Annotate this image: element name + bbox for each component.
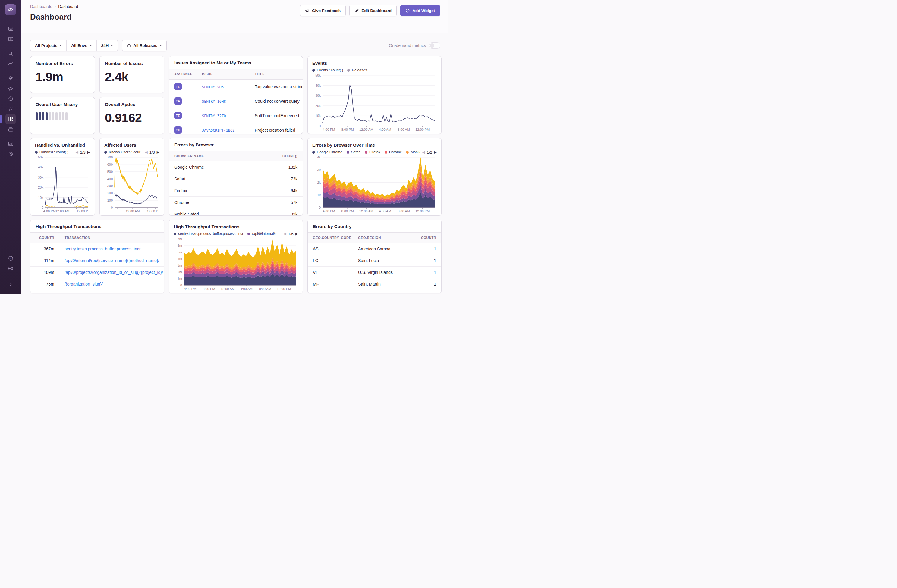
widget-title: Overall User Misery <box>35 102 90 107</box>
widget-events[interactable]: Events Events : count( )Releases 010k20k… <box>308 56 442 134</box>
widget-title: Events <box>312 61 437 66</box>
svg-text:300: 300 <box>107 184 113 188</box>
column-header[interactable]: GEO.COUNTRY_CODE <box>308 232 353 243</box>
projects-filter[interactable]: All Projects <box>31 40 66 51</box>
widget-issues-assigned[interactable]: Issues Assigned to Me or My TeamsASSIGNE… <box>169 56 303 134</box>
legend-item[interactable]: Mobile S <box>406 150 419 154</box>
svg-text:20k: 20k <box>315 104 321 107</box>
svg-text:0: 0 <box>319 206 321 209</box>
legend-item[interactable]: Safari <box>347 150 360 154</box>
edit-dashboard-button[interactable]: Edit Dashboard <box>349 5 396 16</box>
widget-title: Number of Errors <box>35 61 90 66</box>
transaction-link[interactable]: sentry.tasks.process_buffer.process_incr <box>64 246 141 251</box>
issue-link[interactable]: SENTRY-32ZQ <box>202 114 226 118</box>
text-cell: Could not convert query <box>250 94 303 108</box>
pager-prev-icon[interactable]: ◀ <box>75 150 78 154</box>
pager-prev-icon[interactable]: ◀ <box>283 232 286 236</box>
widget-affected-users[interactable]: Affected Users Known Users : cour◀1/3▶ 0… <box>99 138 164 216</box>
column-header[interactable]: TRANSACTION <box>60 232 164 243</box>
sidebar-item-search[interactable] <box>5 48 16 58</box>
legend-dot-icon <box>35 151 38 154</box>
svg-text:4:00 PM: 4:00 PM <box>184 287 196 291</box>
issue-link[interactable]: SENTRY-VD5 <box>202 85 223 89</box>
sidebar-item-replays[interactable] <box>5 93 16 104</box>
column-header[interactable]: BROWSER.NAME <box>169 151 269 162</box>
text-cell: Chrome <box>169 197 269 208</box>
widget-overall-user-misery[interactable]: Overall User Misery <box>30 97 95 134</box>
sidebar-item-archive[interactable] <box>5 124 16 134</box>
releases-filter[interactable]: All Releases <box>122 40 166 51</box>
legend-item[interactable]: Releases <box>347 68 367 72</box>
legend-item[interactable]: /api/0/internal/r <box>248 232 276 236</box>
legend-item[interactable]: Events : count( ) <box>312 68 343 72</box>
give-feedback-button[interactable]: Give Feedback <box>300 5 346 16</box>
sidebar-item-performance[interactable] <box>5 73 16 83</box>
text-cell: Safari <box>169 173 269 185</box>
assignee-avatar[interactable]: TE <box>174 83 182 90</box>
legend-item[interactable]: Firefox <box>365 150 380 154</box>
transaction-link[interactable]: /{organization_slug}/ <box>64 282 103 287</box>
widget-high-throughput-transactions-table[interactable]: High Throughput TransactionsCOUNT()TRANS… <box>30 220 164 293</box>
sidebar-item-feedback[interactable] <box>5 83 16 93</box>
pager-prev-icon[interactable]: ◀ <box>145 150 147 154</box>
legend-dot-icon <box>347 69 350 72</box>
sidebar-item-stats[interactable] <box>5 139 16 149</box>
sentry-logo-icon[interactable] <box>5 4 16 15</box>
sidebar-item-metrics[interactable] <box>5 58 16 69</box>
legend-item[interactable]: Known Users : cour <box>104 150 141 154</box>
sidebar-item-help[interactable]: ? <box>5 253 16 263</box>
column-header[interactable]: COUNT() <box>269 151 303 162</box>
column-header[interactable]: ISSUE <box>197 69 250 79</box>
column-header[interactable]: ASSIGNEE <box>169 69 197 79</box>
filter-bar: All Projects All Envs 24H All Releases <box>30 40 444 51</box>
column-header[interactable]: GEO.REGION <box>353 232 414 243</box>
widget-handled-vs-unhandled[interactable]: Handled vs. Unhandled Handled : count( )… <box>30 138 95 216</box>
svg-text:12:00 PM: 12:00 PM <box>415 209 430 213</box>
issue-link[interactable]: SENTRY-16H8 <box>202 99 226 104</box>
pager-next-icon[interactable]: ▶ <box>157 150 159 154</box>
date-range-filter[interactable]: 24H <box>96 40 118 51</box>
legend-item[interactable]: Chrome <box>384 150 402 154</box>
issue-link[interactable]: JAVASCRIPT-1BG2 <box>202 128 234 133</box>
text-cell: Saint Martin <box>353 278 414 290</box>
legend-item[interactable]: sentry.tasks.process_buffer.process_incr <box>174 232 243 236</box>
transaction-link[interactable]: /api/0/internal/rpc/{service_name}/{meth… <box>64 258 159 263</box>
projects-filter-label: All Projects <box>35 43 57 48</box>
sidebar-item-dashboards[interactable] <box>5 114 16 124</box>
widget-high-throughput-transactions-chart[interactable]: High Throughput Transactions sentry.task… <box>169 220 303 293</box>
sidebar-item-issues[interactable] <box>5 23 16 34</box>
widget-number-of-errors[interactable]: Number of Errors 1.9m <box>30 56 95 93</box>
sidebar-item-projects[interactable] <box>5 34 16 44</box>
widget-errors-by-country[interactable]: Errors by CountryGEO.COUNTRY_CODEGEO.REG… <box>308 220 442 293</box>
ondemand-metrics-toggle[interactable] <box>429 43 440 49</box>
pager-next-icon[interactable]: ▶ <box>295 232 298 236</box>
svg-text:3k: 3k <box>317 168 321 172</box>
widget-errors-by-browser-over-time[interactable]: Errors by Browser Over Time Google Chrom… <box>308 138 442 216</box>
breadcrumb-dashboards[interactable]: Dashboards <box>30 4 52 9</box>
column-header[interactable]: COUNT() <box>414 232 441 243</box>
sidebar-item-whats-new[interactable] <box>5 263 16 273</box>
column-header[interactable]: TITLE <box>250 69 303 79</box>
legend-item[interactable]: Google Chrome <box>312 150 342 154</box>
sidebar-collapse-button[interactable] <box>5 279 16 289</box>
table-row: TESENTRY-VD5Tag value was not a string <box>169 79 303 94</box>
pager-next-icon[interactable]: ▶ <box>87 150 90 154</box>
widget-overall-apdex[interactable]: Overall Apdex 0.9162 <box>99 97 164 134</box>
assignee-avatar[interactable]: TE <box>174 97 182 105</box>
sidebar-item-settings[interactable] <box>5 149 16 159</box>
widget-number-of-issues[interactable]: Number of Issues 2.4k <box>99 56 164 93</box>
transaction-link[interactable]: /api/0/projects/{organization_id_or_slug… <box>64 270 163 275</box>
add-widget-button[interactable]: Add Widget <box>400 5 440 16</box>
assignee-avatar[interactable]: TE <box>174 112 182 119</box>
widget-errors-by-browser[interactable]: Errors by BrowserBROWSER.NAMECOUNT()Goog… <box>169 138 303 216</box>
environments-filter[interactable]: All Envs <box>66 40 96 51</box>
legend-pager: ◀1/2▶ <box>422 150 437 154</box>
pager-next-icon[interactable]: ▶ <box>434 150 437 154</box>
sidebar-item-alerts[interactable] <box>5 104 16 114</box>
assignee-avatar[interactable]: TE <box>174 126 182 134</box>
column-header[interactable]: COUNT() <box>31 232 60 243</box>
text-cell: SoftTimeLimitExceeded <box>250 108 303 123</box>
legend-item[interactable]: Handled : count( ) <box>35 150 68 154</box>
pager-prev-icon[interactable]: ◀ <box>422 150 425 154</box>
svg-text:8:00 PM: 8:00 PM <box>341 128 354 131</box>
